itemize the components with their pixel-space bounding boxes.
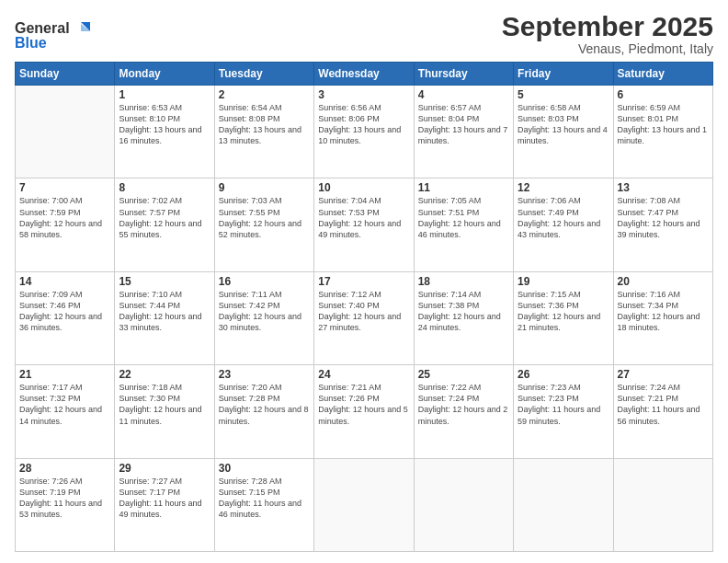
day-info: Sunrise: 7:20 AMSunset: 7:28 PMDaylight:… — [219, 382, 310, 427]
cell-w4-d2: 30Sunrise: 7:28 AMSunset: 7:15 PMDayligh… — [214, 458, 313, 551]
week-row-1: 7Sunrise: 7:00 AMSunset: 7:59 PMDaylight… — [16, 178, 713, 271]
day-number: 2 — [219, 88, 310, 101]
cell-w1-d5: 12Sunrise: 7:06 AMSunset: 7:49 PMDayligh… — [514, 178, 613, 271]
cell-w1-d3: 10Sunrise: 7:04 AMSunset: 7:53 PMDayligh… — [314, 178, 414, 271]
day-number: 9 — [219, 181, 310, 194]
day-info: Sunrise: 7:06 AMSunset: 7:49 PMDaylight:… — [518, 195, 609, 240]
day-number: 14 — [19, 275, 110, 288]
cell-w3-d3: 24Sunrise: 7:21 AMSunset: 7:26 PMDayligh… — [314, 365, 414, 458]
day-info: Sunrise: 7:22 AMSunset: 7:24 PMDaylight:… — [418, 382, 509, 427]
calendar-header-row: Sunday Monday Tuesday Wednesday Thursday… — [16, 63, 713, 86]
cell-w2-d2: 16Sunrise: 7:11 AMSunset: 7:42 PMDayligh… — [214, 271, 313, 364]
day-info: Sunrise: 6:59 AMSunset: 8:01 PMDaylight:… — [618, 102, 709, 147]
title-block: September 2025 Venaus, Piedmont, Italy — [502, 11, 713, 56]
day-info: Sunrise: 7:02 AMSunset: 7:57 PMDaylight:… — [119, 195, 210, 240]
day-info: Sunrise: 7:00 AMSunset: 7:59 PMDaylight:… — [19, 195, 110, 240]
day-info: Sunrise: 7:12 AMSunset: 7:40 PMDaylight:… — [318, 289, 409, 334]
cell-w0-d0 — [16, 86, 115, 178]
day-info: Sunrise: 7:16 AMSunset: 7:34 PMDaylight:… — [618, 289, 709, 334]
day-info: Sunrise: 6:54 AMSunset: 8:08 PMDaylight:… — [219, 102, 310, 147]
day-info: Sunrise: 7:05 AMSunset: 7:51 PMDaylight:… — [418, 195, 509, 240]
day-number: 1 — [119, 88, 210, 101]
day-info: Sunrise: 7:04 AMSunset: 7:53 PMDaylight:… — [318, 195, 409, 240]
cell-w2-d1: 15Sunrise: 7:10 AMSunset: 7:44 PMDayligh… — [115, 271, 214, 364]
day-number: 6 — [618, 88, 709, 101]
week-row-0: 1Sunrise: 6:53 AMSunset: 8:10 PMDaylight… — [16, 86, 713, 178]
cell-w3-d2: 23Sunrise: 7:20 AMSunset: 7:28 PMDayligh… — [214, 365, 313, 458]
day-number: 28 — [19, 462, 110, 475]
main-title: September 2025 — [502, 11, 713, 41]
header-friday: Friday — [514, 63, 613, 86]
day-number: 3 — [318, 88, 409, 101]
cell-w0-d1: 1Sunrise: 6:53 AMSunset: 8:10 PMDaylight… — [115, 86, 214, 178]
day-info: Sunrise: 7:21 AMSunset: 7:26 PMDaylight:… — [318, 382, 409, 427]
cell-w1-d4: 11Sunrise: 7:05 AMSunset: 7:51 PMDayligh… — [414, 178, 513, 271]
day-number: 10 — [318, 181, 409, 194]
cell-w0-d2: 2Sunrise: 6:54 AMSunset: 8:08 PMDaylight… — [214, 86, 313, 178]
page: General Blue September 2025 Venaus, Pied… — [0, 0, 728, 563]
day-number: 26 — [518, 368, 609, 381]
week-row-4: 28Sunrise: 7:26 AMSunset: 7:19 PMDayligh… — [16, 458, 713, 551]
day-info: Sunrise: 6:53 AMSunset: 8:10 PMDaylight:… — [119, 102, 210, 147]
day-info: Sunrise: 7:08 AMSunset: 7:47 PMDaylight:… — [618, 195, 709, 240]
header-monday: Monday — [115, 63, 214, 86]
cell-w3-d1: 22Sunrise: 7:18 AMSunset: 7:30 PMDayligh… — [115, 365, 214, 458]
cell-w2-d0: 14Sunrise: 7:09 AMSunset: 7:46 PMDayligh… — [16, 271, 115, 364]
cell-w1-d6: 13Sunrise: 7:08 AMSunset: 7:47 PMDayligh… — [613, 178, 712, 271]
day-number: 8 — [119, 181, 210, 194]
header-tuesday: Tuesday — [214, 63, 313, 86]
day-info: Sunrise: 7:11 AMSunset: 7:42 PMDaylight:… — [219, 289, 310, 334]
svg-text:General: General — [15, 20, 70, 36]
subtitle: Venaus, Piedmont, Italy — [502, 41, 713, 56]
cell-w4-d4 — [414, 458, 513, 551]
day-number: 7 — [19, 181, 110, 194]
cell-w0-d5: 5Sunrise: 6:58 AMSunset: 8:03 PMDaylight… — [514, 86, 613, 178]
week-row-3: 21Sunrise: 7:17 AMSunset: 7:32 PMDayligh… — [16, 365, 713, 458]
day-number: 27 — [618, 368, 709, 381]
cell-w3-d4: 25Sunrise: 7:22 AMSunset: 7:24 PMDayligh… — [414, 365, 513, 458]
day-number: 21 — [19, 368, 110, 381]
svg-text:Blue: Blue — [15, 35, 47, 51]
week-row-2: 14Sunrise: 7:09 AMSunset: 7:46 PMDayligh… — [16, 271, 713, 364]
day-number: 29 — [119, 462, 210, 475]
day-info: Sunrise: 7:24 AMSunset: 7:21 PMDaylight:… — [618, 382, 709, 427]
calendar-table: Sunday Monday Tuesday Wednesday Thursday… — [15, 62, 713, 552]
logo: General Blue — [15, 15, 97, 55]
header-sunday: Sunday — [16, 63, 115, 86]
day-info: Sunrise: 6:57 AMSunset: 8:04 PMDaylight:… — [418, 102, 509, 147]
cell-w4-d0: 28Sunrise: 7:26 AMSunset: 7:19 PMDayligh… — [16, 458, 115, 551]
day-info: Sunrise: 7:26 AMSunset: 7:19 PMDaylight:… — [19, 476, 110, 521]
cell-w3-d0: 21Sunrise: 7:17 AMSunset: 7:32 PMDayligh… — [16, 365, 115, 458]
day-number: 25 — [418, 368, 509, 381]
day-number: 16 — [219, 275, 310, 288]
day-info: Sunrise: 7:23 AMSunset: 7:23 PMDaylight:… — [518, 382, 609, 427]
day-info: Sunrise: 7:15 AMSunset: 7:36 PMDaylight:… — [518, 289, 609, 334]
day-info: Sunrise: 7:27 AMSunset: 7:17 PMDaylight:… — [119, 476, 210, 521]
day-number: 15 — [119, 275, 210, 288]
day-number: 17 — [318, 275, 409, 288]
day-number: 18 — [418, 275, 509, 288]
day-info: Sunrise: 7:17 AMSunset: 7:32 PMDaylight:… — [19, 382, 110, 427]
header-saturday: Saturday — [613, 63, 712, 86]
cell-w2-d6: 20Sunrise: 7:16 AMSunset: 7:34 PMDayligh… — [613, 271, 712, 364]
day-info: Sunrise: 7:18 AMSunset: 7:30 PMDaylight:… — [119, 382, 210, 427]
logo-text: General Blue — [15, 15, 97, 55]
day-info: Sunrise: 6:56 AMSunset: 8:06 PMDaylight:… — [318, 102, 409, 147]
day-number: 4 — [418, 88, 509, 101]
cell-w0-d4: 4Sunrise: 6:57 AMSunset: 8:04 PMDaylight… — [414, 86, 513, 178]
cell-w2-d5: 19Sunrise: 7:15 AMSunset: 7:36 PMDayligh… — [514, 271, 613, 364]
cell-w0-d3: 3Sunrise: 6:56 AMSunset: 8:06 PMDaylight… — [314, 86, 414, 178]
header-wednesday: Wednesday — [314, 63, 414, 86]
day-info: Sunrise: 7:28 AMSunset: 7:15 PMDaylight:… — [219, 476, 310, 521]
header-thursday: Thursday — [414, 63, 513, 86]
cell-w4-d6 — [613, 458, 712, 551]
header: General Blue September 2025 Venaus, Pied… — [15, 11, 713, 56]
cell-w1-d1: 8Sunrise: 7:02 AMSunset: 7:57 PMDaylight… — [115, 178, 214, 271]
day-number: 24 — [318, 368, 409, 381]
cell-w1-d0: 7Sunrise: 7:00 AMSunset: 7:59 PMDaylight… — [16, 178, 115, 271]
cell-w3-d5: 26Sunrise: 7:23 AMSunset: 7:23 PMDayligh… — [514, 365, 613, 458]
cell-w2-d4: 18Sunrise: 7:14 AMSunset: 7:38 PMDayligh… — [414, 271, 513, 364]
day-info: Sunrise: 7:14 AMSunset: 7:38 PMDaylight:… — [418, 289, 509, 334]
cell-w2-d3: 17Sunrise: 7:12 AMSunset: 7:40 PMDayligh… — [314, 271, 414, 364]
day-number: 23 — [219, 368, 310, 381]
